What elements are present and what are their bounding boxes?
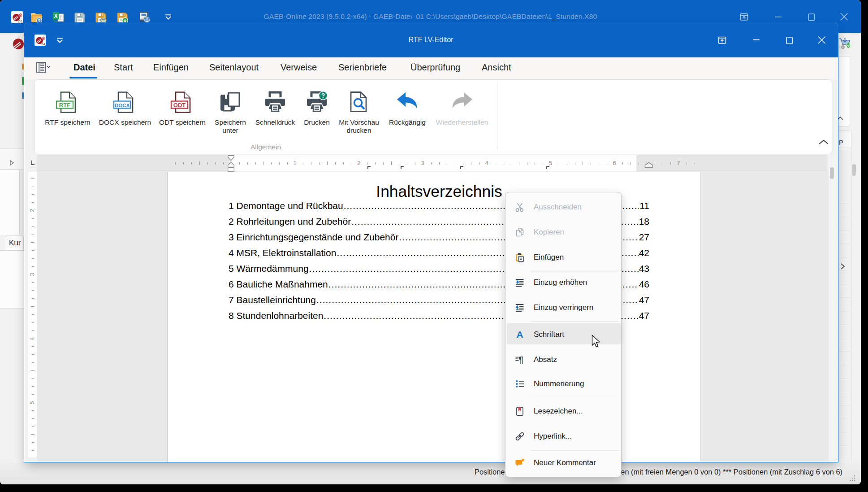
svg-text:X: X [54, 13, 57, 19]
svg-text:24: 24 [41, 42, 45, 46]
svg-text:?: ? [321, 92, 325, 99]
svg-text:A: A [516, 330, 523, 340]
svg-text:¶: ¶ [518, 355, 523, 365]
svg-text:RTF: RTF [59, 102, 70, 109]
svg-text:ODT: ODT [173, 102, 186, 109]
svg-text:DOCX: DOCX [115, 103, 130, 108]
svg-text:23: 23 [17, 19, 22, 23]
